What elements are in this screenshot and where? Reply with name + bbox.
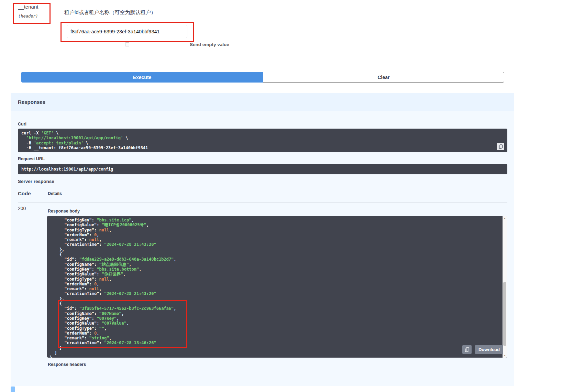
- next-operation-fragment: [11, 386, 15, 392]
- download-button[interactable]: Download: [475, 345, 503, 354]
- scrollbar-up-icon[interactable]: ▲: [503, 216, 507, 220]
- request-url-value: http://localhost:19001/api/app/config: [21, 167, 504, 172]
- code-column-header: Code: [18, 190, 31, 196]
- table-header-divider: [18, 203, 507, 203]
- details-column-header: Details: [48, 191, 62, 196]
- response-body-label: Response body: [48, 209, 80, 214]
- curl-code-block: curl -X 'GET' \ 'http://localhost:19001/…: [18, 129, 507, 152]
- clipboard-icon: [465, 347, 470, 352]
- tenant-input[interactable]: [67, 25, 187, 38]
- clipboard-icon: [498, 144, 503, 149]
- response-headers-label: Response headers: [48, 362, 86, 367]
- responses-title: Responses: [18, 99, 45, 105]
- copy-to-clipboard-icon[interactable]: [497, 143, 504, 150]
- status-code: 200: [18, 206, 26, 211]
- server-response-label: Server response: [18, 179, 54, 184]
- send-empty-value-checkbox[interactable]: [125, 42, 129, 46]
- request-url-block: http://localhost:19001/api/app/config: [18, 164, 507, 174]
- copy-response-icon[interactable]: [462, 345, 472, 354]
- request-url-label: Request URL: [18, 156, 45, 161]
- curl-command: curl -X 'GET' \ 'http://localhost:19001/…: [21, 131, 504, 150]
- clear-button[interactable]: Clear: [263, 72, 504, 83]
- parameter-location: (header): [18, 14, 38, 19]
- scrollbar-down-icon[interactable]: ▼: [503, 353, 507, 358]
- responses-section-header: Responses: [11, 93, 514, 111]
- response-body-block: "configKey": "bbs.site.icp", "configValu…: [47, 216, 507, 358]
- response-body-scrollbar[interactable]: ▲ ▼: [503, 216, 507, 358]
- curl-label: Curl: [18, 122, 26, 127]
- response-body-json: "configKey": "bbs.site.icp", "configValu…: [49, 218, 500, 358]
- parameter-description: 租户id或者租户名称（可空为默认租户）: [64, 9, 156, 16]
- send-empty-value-label: Send empty value: [190, 42, 229, 47]
- execute-button[interactable]: Execute: [21, 72, 263, 83]
- scrollbar-thumb[interactable]: [503, 282, 506, 346]
- swagger-operation-panel: __tenant (header) 租户id或者租户名称（可空为默认租户） Se…: [0, 0, 573, 392]
- parameter-name: __tenant: [18, 4, 38, 10]
